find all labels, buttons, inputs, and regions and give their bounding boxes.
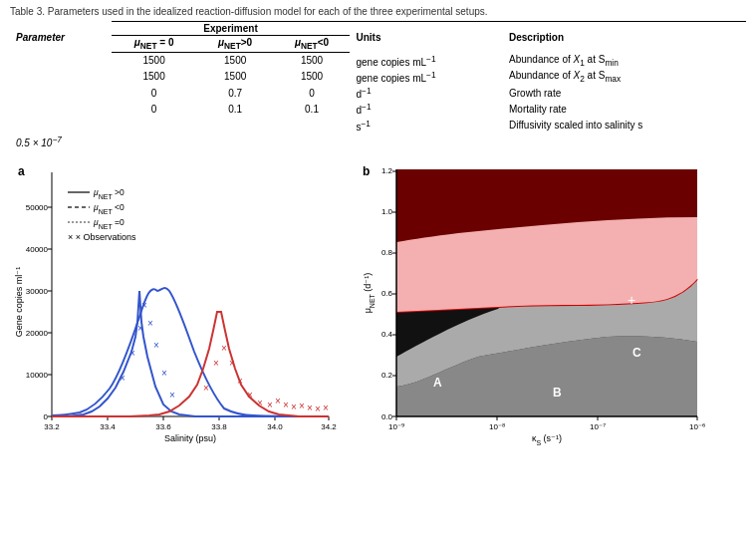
legend-label-solid: μNET >0 (93, 187, 125, 200)
experiment-header: Experiment (112, 22, 351, 36)
svg-text:×: × (229, 358, 235, 369)
svg-text:×: × (323, 403, 329, 413)
svg-text:×: × (283, 400, 289, 410)
table-row: s−1 Diffusivity scaled into salinity s (10, 118, 746, 134)
ytick-r-10: 1.0 (381, 207, 393, 216)
xtick-334: 33.4 (100, 422, 116, 431)
svg-text:×: × (120, 373, 126, 384)
region-a-label: A (433, 376, 442, 390)
svg-text:×: × (299, 401, 305, 411)
table-row: 1500 1500 1500 gene copies mL−1 Abundanc… (10, 69, 746, 85)
svg-text:×: × (237, 376, 243, 387)
xtick-332: 33.2 (44, 422, 60, 431)
blue-curve-clean (52, 291, 329, 416)
svg-text:×: × (291, 402, 297, 412)
chart-label-a: a (18, 164, 25, 178)
svg-text:×: × (275, 396, 281, 406)
ytick-0: 0 (44, 412, 49, 421)
col-sub-v2: μNET<0 (274, 36, 351, 53)
observations-red: × × × × × × × × × × × × × × × (203, 343, 329, 414)
table-row: 1500 1500 1500 gene copies mL−1 Abundanc… (10, 53, 746, 69)
col-header-param: Parameter (10, 22, 112, 53)
col-sub-v0: μNET = 0 (112, 36, 197, 53)
region-c-label: C (632, 346, 641, 360)
legend-symbol: × × Observations (68, 232, 136, 242)
parameters-table: Parameter Experiment Units Description μ… (10, 21, 746, 149)
legend-label-dashed: μNET <0 (93, 202, 125, 215)
svg-text:×: × (257, 398, 263, 408)
svg-text:×: × (153, 340, 159, 351)
right-chart: b (359, 157, 717, 446)
svg-text:×: × (307, 403, 313, 413)
svg-text:×: × (221, 343, 227, 354)
svg-text:×: × (129, 348, 135, 359)
ytick-30k: 30000 (26, 287, 49, 296)
left-chart: Gene copies ml⁻¹ 0 10000 20000 30000 400… (10, 157, 349, 446)
col-header-desc: Description (503, 22, 746, 53)
page: Table 3. Parameters used in the idealize… (0, 0, 756, 452)
left-chart-svg: Gene copies ml⁻¹ 0 10000 20000 30000 400… (10, 157, 349, 446)
x-axis-label-right: κS (s⁻¹) (532, 433, 562, 446)
ytick-50k: 50000 (26, 203, 49, 212)
svg-text:×: × (161, 368, 167, 379)
xtick-340: 34.0 (267, 422, 283, 431)
ytick-r-00: 0.0 (381, 412, 393, 421)
ytick-20k: 20000 (26, 329, 49, 338)
x-axis-label: Salinity (psu) (164, 433, 216, 443)
ytick-r-04: 0.4 (381, 330, 393, 339)
svg-text:×: × (147, 318, 153, 329)
ytick-r-08: 0.8 (381, 248, 393, 257)
svg-text:×: × (267, 400, 273, 410)
svg-text:×: × (141, 300, 147, 311)
table-row: 0 0.7 0 d−1 Growth rate (10, 85, 746, 101)
table-caption: Table 3. Parameters used in the idealize… (10, 6, 746, 17)
xtick-338: 33.8 (211, 422, 227, 431)
svg-text:×: × (169, 390, 175, 401)
y-axis-label-right: μNET (d⁻¹) (363, 273, 376, 314)
xtick-r-1e-9: 10⁻⁹ (388, 422, 404, 431)
xtick-r-1e-7: 10⁻⁷ (590, 422, 606, 431)
svg-text:×: × (203, 383, 209, 394)
xtick-r-1e-8: 10⁻⁸ (489, 422, 505, 431)
charts-section: Gene copies ml⁻¹ 0 10000 20000 30000 400… (10, 157, 746, 446)
svg-text:×: × (315, 403, 321, 414)
col-header-units: Units (350, 22, 503, 53)
ytick-r-12: 1.2 (381, 166, 393, 175)
ytick-10k: 10000 (26, 371, 49, 380)
xtick-336: 33.6 (155, 422, 171, 431)
col-sub-v1: μNET>0 (197, 36, 274, 53)
legend-label-dotted: μNET =0 (93, 217, 125, 230)
chart-label-b: b (363, 164, 370, 178)
ytick-r-06: 0.6 (381, 289, 393, 298)
blue-curve (52, 288, 329, 416)
right-chart-svg: b (359, 157, 717, 446)
xtick-342: 34.2 (321, 422, 337, 431)
region-b-label: B (553, 386, 562, 400)
table-row: 0.5 × 10−7 (10, 134, 746, 149)
plus-symbol: + (628, 292, 635, 308)
ytick-40k: 40000 (26, 245, 49, 254)
table-row: 0 0.1 0.1 d−1 Mortality rate (10, 101, 746, 117)
y-axis-label: Gene copies ml⁻¹ (14, 267, 24, 338)
svg-text:×: × (247, 390, 253, 401)
table-section: Table 3. Parameters used in the idealize… (10, 6, 746, 149)
svg-text:×: × (213, 358, 219, 369)
ytick-r-02: 0.2 (381, 371, 393, 380)
xtick-r-1e-6: 10⁻⁶ (689, 422, 705, 431)
svg-text:×: × (137, 323, 143, 334)
